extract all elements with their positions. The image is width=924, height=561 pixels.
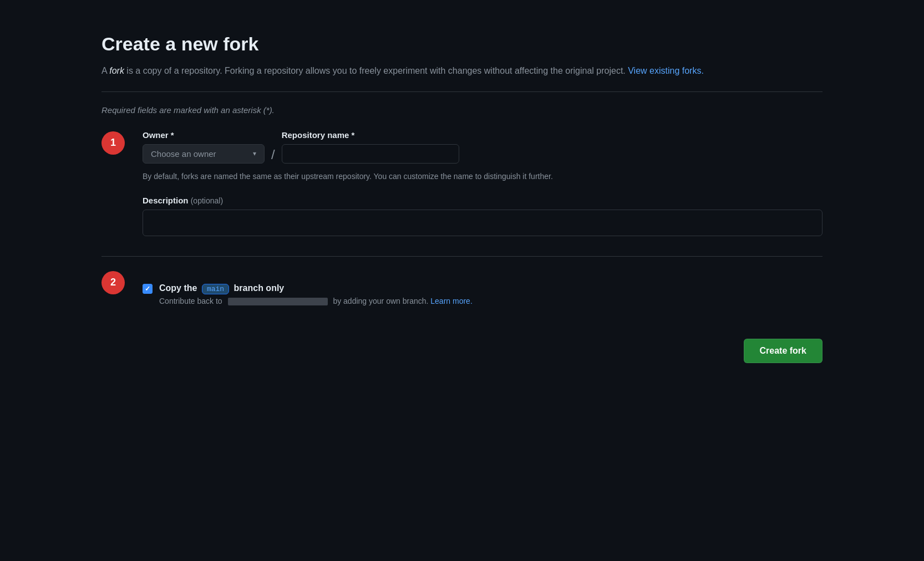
footer-row: Create fork xyxy=(101,339,823,363)
repo-required-star: * xyxy=(352,130,355,140)
description-input[interactable] xyxy=(143,210,823,236)
owner-select[interactable]: Choose an owner ▾ xyxy=(143,144,265,164)
repo-name-label: Repository name * xyxy=(282,130,459,140)
create-fork-button[interactable]: Create fork xyxy=(744,339,823,363)
owner-required-star: * xyxy=(171,130,174,140)
repo-name-field-group: Repository name * xyxy=(282,130,459,164)
copy-branch-checkbox[interactable] xyxy=(143,284,153,294)
copy-branch-label: Copy the main branch only xyxy=(159,283,284,294)
copy-branch-wrapper: Copy the main branch only xyxy=(143,283,823,294)
step-1-badge: 1 xyxy=(101,131,125,155)
owner-field-group: Owner * Choose an owner ▾ xyxy=(143,130,265,164)
checkbox-section: Copy the main branch only xyxy=(143,283,823,294)
divider-top xyxy=(101,91,823,92)
form-fields-row: Owner * Choose an owner ▾ / Repository n… xyxy=(143,130,823,164)
description-section: Description (optional) xyxy=(143,196,823,236)
blurred-repo-ref xyxy=(228,298,328,305)
optional-text: (optional) xyxy=(191,196,223,205)
step-2-content: Copy the main branch only Contribute bac… xyxy=(143,270,823,305)
contribute-text: Contribute back to by adding your own br… xyxy=(159,297,823,305)
field-hint: By default, forks are named the same as … xyxy=(143,170,823,182)
subtitle: A fork is a copy of a repository. Forkin… xyxy=(101,64,823,78)
step-2-row: 2 Copy the main branch only Contribute b… xyxy=(101,270,823,305)
repo-name-input[interactable] xyxy=(282,144,459,164)
subtitle-italic: fork xyxy=(109,66,124,75)
chevron-down-icon: ▾ xyxy=(253,150,256,157)
divider-middle xyxy=(101,256,823,257)
step-2-badge: 2 xyxy=(101,271,125,294)
step-1-row: 1 Owner * Choose an owner ▾ / Rep xyxy=(101,130,823,241)
owner-label: Owner * xyxy=(143,130,265,140)
main-branch-badge: main xyxy=(202,284,229,294)
required-note: Required fields are marked with an aster… xyxy=(101,105,823,115)
view-forks-link[interactable]: View existing forks. xyxy=(628,66,704,75)
description-label: Description (optional) xyxy=(143,196,823,205)
learn-more-link[interactable]: Learn more. xyxy=(430,297,472,305)
page-container: Create a new fork A fork is a copy of a … xyxy=(101,33,823,363)
subtitle-rest: is a copy of a repository. Forking a rep… xyxy=(124,66,626,75)
subtitle-text: A xyxy=(101,66,109,75)
page-title: Create a new fork xyxy=(101,33,823,55)
owner-select-text: Choose an owner xyxy=(151,149,216,159)
step-1-content: Owner * Choose an owner ▾ / Repository n… xyxy=(143,130,823,241)
separator: / xyxy=(271,147,275,162)
